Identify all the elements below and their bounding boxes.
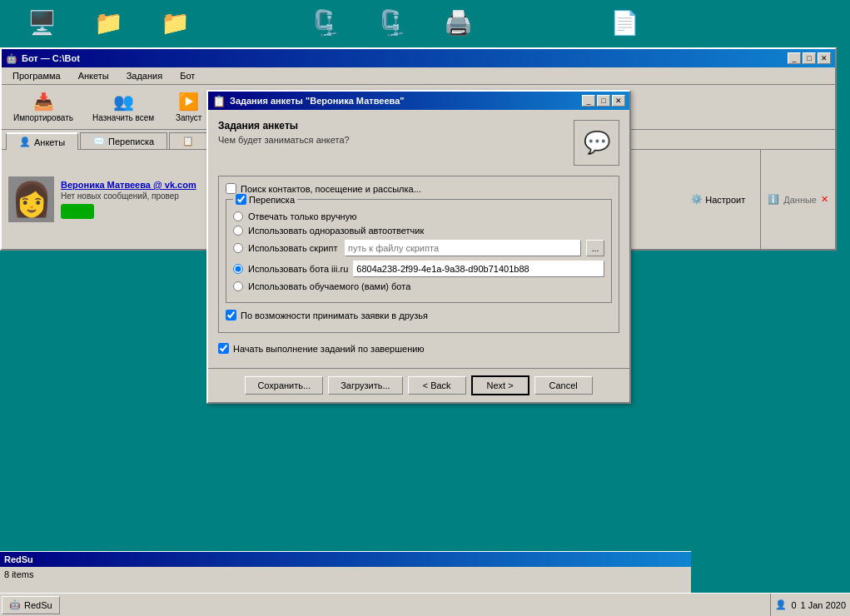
radio-trained[interactable] <box>233 281 243 291</box>
friend-requests-label: По возможности принимать заявки в друзья <box>241 310 428 320</box>
main-window-titlebar: 🤖 Бот — C:\Bot _ □ ✕ <box>2 49 835 67</box>
dialog-header: Задания анкеты Чем будет заниматься анке… <box>218 120 619 166</box>
radio-bot-label: Использовать бота iii.ru <box>248 264 348 274</box>
next-button[interactable]: Next > <box>471 375 529 395</box>
dialog-buttons: Сохранить... Загрузить... < Back Next > … <box>208 368 629 402</box>
desktop-icon-computer[interactable]: 🖥️ <box>17 8 67 37</box>
desktop-icon-folder2[interactable]: 📁 <box>150 8 200 37</box>
radio-bot[interactable] <box>233 264 243 274</box>
radio-script-row: Использовать скрипт ... <box>233 240 604 256</box>
cancel-button[interactable]: Cancel <box>534 376 593 395</box>
taskbar-item-redsu[interactable]: 🤖 RedSu <box>2 596 60 614</box>
radio-trained-label: Использовать обучаемого (вами) бота <box>248 281 410 291</box>
correspondence-group-label: Переписка <box>233 194 297 205</box>
import-icon: 📥 <box>33 92 54 112</box>
maximize-button[interactable]: □ <box>803 52 816 64</box>
start-tasks-checkbox[interactable] <box>218 343 229 354</box>
radio-autoresponder[interactable] <box>233 226 243 236</box>
bottom-window-titlebar: RedSu <box>0 552 691 567</box>
back-button[interactable]: < Back <box>408 376 466 395</box>
configure-label: Настроит <box>705 195 745 205</box>
dialog-header-icon: 💬 <box>574 120 619 166</box>
friend-requests-checkbox[interactable] <box>226 310 236 320</box>
taskbar-item-label: RedSu <box>24 600 52 610</box>
dialog-content: Задания анкеты Чем будет заниматься анке… <box>208 110 629 364</box>
bot-key-input[interactable] <box>353 261 604 277</box>
winrar-icon-2: 🗜️ <box>375 8 408 37</box>
dialog-header-subtitle: Чем будет заниматься анкета? <box>218 135 565 145</box>
tab-extra-icon: 📋 <box>182 136 194 147</box>
desktop-icon-winrar1[interactable]: 🗜️ <box>300 8 350 37</box>
radio-manual[interactable] <box>233 211 243 221</box>
data-panel: ℹ️ Данные ✕ <box>761 150 835 249</box>
assign-all-button[interactable]: 👥 Назначить всем <box>85 88 162 126</box>
chat-icon: 💬 <box>584 130 610 156</box>
taskbar-item-icon: 🤖 <box>9 599 21 610</box>
browse-button[interactable]: ... <box>586 240 604 256</box>
status-text: 8 items <box>4 569 33 579</box>
correspondence-checkbox[interactable] <box>236 194 246 205</box>
folder-icon-2: 📁 <box>158 8 191 37</box>
radio-manual-label: Отвечать только вручную <box>248 211 356 221</box>
tab-correspondence-icon: ✉️ <box>93 136 105 147</box>
correspondence-group: Переписка Отвечать только вручную Исполь… <box>226 199 612 303</box>
radio-script-label: Использовать скрипт <box>248 243 340 253</box>
minimize-button[interactable]: _ <box>788 52 801 64</box>
script-path-input[interactable] <box>345 240 581 256</box>
close-button[interactable]: ✕ <box>818 52 831 64</box>
dialog-title: Задания анкеты "Вероника Матвеева" <box>230 96 404 106</box>
main-window-icon: 🤖 <box>6 53 17 64</box>
save-button[interactable]: Сохранить... <box>245 376 323 395</box>
printer-icon: 🖨️ <box>441 8 475 37</box>
dialog-minimize-button[interactable]: _ <box>582 95 595 107</box>
data-label: Данные <box>783 195 817 205</box>
search-checkbox-row: Поиск контактов, посещение и рассылка... <box>226 183 612 194</box>
dialog: 📋 Задания анкеты "Вероника Матвеева" _ □… <box>206 90 631 404</box>
info-icon: ℹ️ <box>768 194 779 205</box>
menu-program[interactable]: Программа <box>6 69 67 82</box>
desktop-icon-winrar2[interactable]: 🗜️ <box>366 8 416 37</box>
bottom-window: RedSu 8 items <box>0 551 691 593</box>
configure-icon: ⚙️ <box>691 194 703 205</box>
assign-all-icon: 👥 <box>113 92 134 112</box>
menu-bar: Программа Анкеты Задания Бот <box>2 67 835 85</box>
menu-zadaniya[interactable]: Задания <box>120 69 169 82</box>
folder-icon-1: 📁 <box>92 8 125 37</box>
taskbar-right: 👤 0 1 Jan 2020 <box>770 594 850 616</box>
desktop-icon-document[interactable]: 📄 <box>599 8 649 37</box>
desktop-icon-folder1[interactable]: 📁 <box>83 8 133 37</box>
tab-ankety[interactable]: 👤 Анкеты <box>6 132 78 150</box>
radio-autoresponder-row: Использовать одноразовый автоответчик <box>233 226 604 236</box>
radio-trained-row: Использовать обучаемого (вами) бота <box>233 281 604 291</box>
search-label: Поиск контактов, посещение и рассылка... <box>241 184 421 194</box>
main-window-title: Бот — C:\Bot <box>22 53 80 63</box>
desktop-icon-printer[interactable]: 🖨️ <box>433 8 483 37</box>
start-button[interactable]: ▶️ Запуст <box>166 88 211 126</box>
desktop-icons-bar: 🖥️ 📁 📁 🗜️ 🗜️ 🖨️ 📄 <box>0 0 666 46</box>
radio-script[interactable] <box>233 243 243 253</box>
taskbar: 🤖 RedSu 👤 0 1 Jan 2020 <box>0 593 850 616</box>
computer-icon: 🖥️ <box>25 8 58 37</box>
load-button[interactable]: Загрузить... <box>328 376 402 395</box>
taskbar-left: 🤖 RedSu <box>0 594 62 616</box>
dialog-titlebar: 📋 Задания анкеты "Вероника Матвеева" _ □… <box>208 92 629 110</box>
radio-autoresponder-label: Использовать одноразовый автоответчик <box>248 226 424 236</box>
tab-extra[interactable]: 📋 <box>169 132 207 149</box>
dialog-close-button[interactable]: ✕ <box>612 95 625 107</box>
close-data-icon[interactable]: ✕ <box>821 194 828 205</box>
search-checkbox[interactable] <box>226 183 236 194</box>
winrar-icon-1: 🗜️ <box>308 8 341 37</box>
dialog-maximize-button[interactable]: □ <box>597 95 610 107</box>
desktop: 🖥️ 📁 📁 🗜️ 🗜️ 🖨️ 📄 🤖 Бот — C:\Bot <box>0 0 850 616</box>
menu-bot[interactable]: Бот <box>173 69 201 82</box>
avatar: 👩 <box>8 176 54 222</box>
configure-area: ⚙️ Настроит <box>691 194 753 205</box>
import-button[interactable]: 📥 Импортировать <box>6 88 81 126</box>
dialog-header-title: Задания анкеты <box>218 120 565 132</box>
start-icon: ▶️ <box>178 92 199 112</box>
menu-ankety[interactable]: Анкеты <box>72 69 116 82</box>
tab-correspondence[interactable]: ✉️ Переписка <box>80 132 167 149</box>
tray-count: 0 <box>791 600 796 610</box>
dialog-header-text: Задания анкеты Чем будет заниматься анке… <box>218 120 565 145</box>
tab-ankety-icon: 👤 <box>19 137 31 147</box>
